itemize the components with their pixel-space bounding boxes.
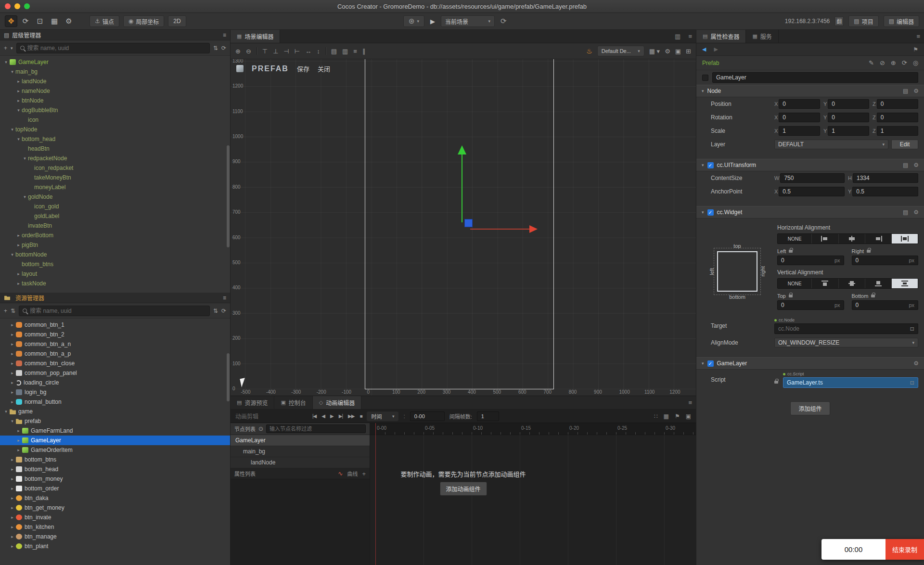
component-settings-icon[interactable]: ⚙: [913, 360, 919, 367]
align-none-button[interactable]: NONE: [778, 279, 812, 288]
expand-arrow-icon[interactable]: ▸: [9, 505, 15, 510]
2d-mode-button[interactable]: 2D: [168, 15, 186, 27]
prefab-save-button[interactable]: 保存: [297, 64, 309, 73]
layers-dropdown-icon[interactable]: ▦ ▾: [649, 48, 660, 55]
animation-node-row[interactable]: main_bg: [231, 446, 370, 457]
script-field[interactable]: GameLayer.ts⊡: [783, 377, 918, 388]
asset-item[interactable]: ▸bottom_btns: [0, 455, 230, 464]
interval-field[interactable]: 1: [477, 411, 499, 421]
current-time-field[interactable]: 0-00: [410, 411, 445, 421]
align-v-stretch-button[interactable]: [892, 279, 918, 288]
preview-address[interactable]: 192.168.2.3:7456: [785, 18, 830, 25]
timeline-ruler[interactable]: 0-000-050-100-150-200-250-30: [370, 423, 696, 435]
hierarchy-scrollbar[interactable]: [227, 145, 230, 247]
lock-icon[interactable]: [867, 250, 871, 253]
hierarchy-node[interactable]: moneyLabel: [0, 182, 230, 192]
position-z-field[interactable]: 0: [877, 99, 918, 109]
expand-arrow-icon[interactable]: ▸: [9, 380, 15, 385]
editor-button[interactable]: ▤编辑器: [884, 15, 919, 27]
asset-item[interactable]: ▾prefab: [0, 416, 230, 426]
anchor-button[interactable]: ⚓锚点: [90, 15, 119, 27]
animation-menu-icon[interactable]: ≡: [684, 399, 696, 406]
add-component-button[interactable]: 添加组件: [790, 401, 830, 415]
gamelayer-enabled-checkbox[interactable]: ✓: [707, 360, 714, 367]
expand-arrow-icon[interactable]: ▸: [9, 332, 15, 337]
collapse-arrow-icon[interactable]: ▾: [22, 194, 28, 199]
gizmo-xy-handle[interactable]: [464, 219, 473, 227]
expand-arrow-icon[interactable]: ▸: [15, 98, 22, 103]
minimize-window-button[interactable]: [14, 3, 20, 9]
create-asset-button[interactable]: +: [4, 308, 7, 314]
copy-component-icon[interactable]: ▤: [903, 88, 908, 94]
lock-icon[interactable]: [871, 295, 875, 297]
asset-item[interactable]: ▸loading_circle: [0, 378, 230, 387]
rect-tool-button[interactable]: ▦: [48, 15, 61, 27]
align-v-middle-button[interactable]: [839, 279, 865, 288]
playhead[interactable]: [375, 423, 376, 565]
hierarchy-search[interactable]: [16, 43, 210, 53]
component-settings-icon[interactable]: ⚙: [913, 162, 919, 168]
prefab-close-button[interactable]: 关闭: [318, 64, 330, 73]
panel-grid-icon[interactable]: ▦: [664, 413, 669, 420]
play-animation-button[interactable]: ▶: [330, 413, 334, 419]
collapse-arrow-icon[interactable]: ▾: [9, 419, 15, 424]
asset-item[interactable]: ▸btn_invate: [0, 513, 230, 522]
address-badge[interactable]: 翻: [834, 16, 844, 26]
align-h-stretch-button[interactable]: [892, 234, 918, 244]
tab-控制台[interactable]: ▣控制台: [274, 396, 312, 409]
expand-arrow-icon[interactable]: ▸: [9, 399, 15, 404]
refresh-hierarchy-icon[interactable]: ⟳: [221, 45, 226, 51]
add-animation-component-button[interactable]: 添加动画组件: [439, 482, 487, 496]
rotation-z-field[interactable]: 0: [877, 113, 918, 122]
collapse-arrow-icon[interactable]: ▾: [3, 409, 9, 414]
animation-node-row[interactable]: landNode: [231, 457, 370, 468]
asset-item[interactable]: ▸GameFarmLand: [0, 426, 230, 436]
assets-search[interactable]: [19, 306, 210, 316]
hierarchy-node[interactable]: ▸taskNode: [0, 279, 230, 288]
distribute-horizontal-icon[interactable]: ↔: [305, 48, 311, 55]
lock-icon[interactable]: [789, 250, 793, 253]
expand-arrow-icon[interactable]: ▸: [15, 243, 22, 247]
hierarchy-node[interactable]: ▾main_bg: [0, 67, 230, 77]
assets-menu-icon[interactable]: ≡: [223, 295, 226, 301]
zoom-in-icon[interactable]: ⊕: [235, 48, 241, 55]
refresh-assets-icon[interactable]: ⟳: [221, 308, 226, 314]
hierarchy-node[interactable]: invateBtn: [0, 221, 230, 231]
position-x-field[interactable]: 0: [779, 99, 820, 109]
refresh-preview-icon[interactable]: ⟳: [500, 17, 507, 26]
play-button[interactable]: ▶: [430, 18, 435, 25]
collapse-arrow-icon[interactable]: ▾: [702, 361, 704, 366]
expand-arrow-icon[interactable]: ▸: [15, 89, 22, 93]
align-top-icon[interactable]: ⊤: [262, 48, 268, 55]
hierarchy-node[interactable]: ▾GameLayer: [0, 57, 230, 67]
expand-arrow-icon[interactable]: ▸: [9, 534, 15, 539]
collapse-arrow-icon[interactable]: ▾: [702, 163, 704, 167]
hierarchy-node[interactable]: icon: [0, 115, 230, 125]
expand-arrow-icon[interactable]: ▸: [9, 525, 15, 529]
rotation-y-field[interactable]: 0: [828, 113, 869, 122]
bookmark-icon[interactable]: ⚑: [675, 413, 680, 420]
asset-item[interactable]: ▸btn_kitchen: [0, 522, 230, 532]
align-h-left-button[interactable]: [812, 234, 838, 244]
expand-arrow-icon[interactable]: ▸: [9, 351, 15, 356]
distribute-vertical-icon[interactable]: ↕: [317, 48, 320, 55]
hierarchy-node[interactable]: bottom_btns: [0, 259, 230, 269]
scale-tool-button[interactable]: ⊡: [34, 15, 46, 27]
stop-recording-button[interactable]: 结束录制: [886, 539, 924, 560]
hierarchy-node[interactable]: ▸landNode: [0, 77, 230, 86]
gizmo-x-axis[interactable]: [470, 229, 529, 230]
prev-frame-button[interactable]: ◀: [321, 413, 325, 419]
hierarchy-node[interactable]: ▸layout: [0, 269, 230, 279]
edit-prefab-icon[interactable]: ✎: [869, 59, 874, 66]
expand-arrow-icon[interactable]: ▸: [15, 233, 22, 238]
collapse-all-icon[interactable]: ⇅: [213, 45, 218, 51]
uitransform-section-header[interactable]: ▾ ✓ cc.UITransform ▤⚙: [696, 159, 924, 171]
copy-component-icon[interactable]: ▤: [903, 162, 908, 168]
assets-search-input[interactable]: [30, 308, 206, 314]
collapse-arrow-icon[interactable]: ▾: [3, 60, 9, 64]
hierarchy-node[interactable]: ▾dogBubbleBtn: [0, 105, 230, 115]
gizmo-preset-dropdown[interactable]: Default De...▾: [597, 46, 644, 56]
collapse-arrow-icon[interactable]: ▾: [702, 89, 704, 93]
align-h-right-button[interactable]: [865, 234, 892, 244]
asset-item[interactable]: ▸common_btn_a_p: [0, 349, 230, 359]
